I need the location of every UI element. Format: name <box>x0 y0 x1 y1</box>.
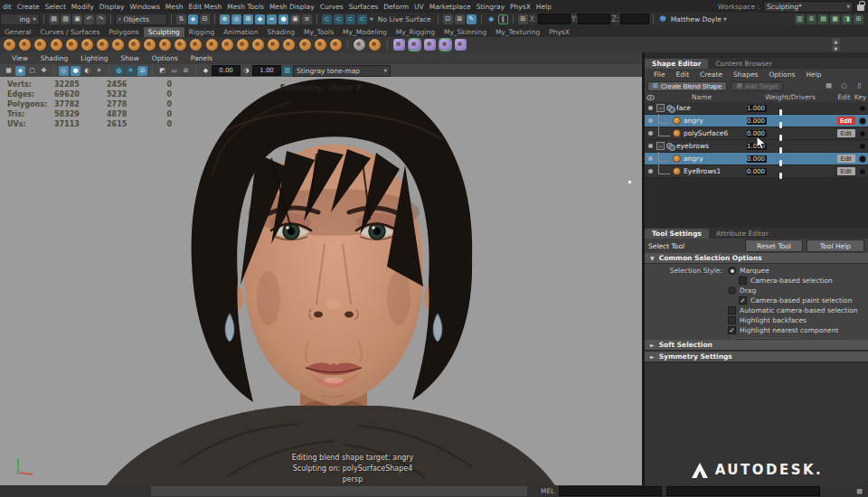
output-connections-icon[interactable]: ⊠ <box>455 14 465 24</box>
custom-tool-icon[interactable] <box>409 39 420 51</box>
shape-editor-menu-shapes[interactable]: Shapes <box>728 70 763 79</box>
move-tool-icon[interactable]: ⊕ <box>220 14 230 24</box>
magnet-point-icon[interactable]: ⊂ <box>345 14 355 24</box>
viewport-menu-options[interactable]: Options <box>146 54 184 62</box>
gamma-field[interactable]: 1.00 <box>252 65 281 76</box>
sculpt-brush-icon[interactable] <box>34 39 46 51</box>
pause-viewport-icon[interactable]: ‖ <box>498 14 508 24</box>
edit-button[interactable]: Edit <box>837 155 855 163</box>
shelf-tab-sculpting[interactable]: Sculpting <box>144 27 184 37</box>
search-icon[interactable]: ○ <box>839 81 849 91</box>
menu-item-uv[interactable]: UV <box>411 3 427 11</box>
menu-item-select[interactable]: Select <box>42 3 69 11</box>
xray-joints-icon[interactable]: ✕ <box>126 66 136 76</box>
wireframe-icon[interactable]: ◇ <box>59 66 69 76</box>
tab-content-browser[interactable]: Content Browser <box>708 59 779 69</box>
key-dot[interactable] <box>859 155 866 163</box>
custom-tool-icon[interactable] <box>393 39 405 51</box>
sculpt-brush-icon[interactable] <box>159 39 171 51</box>
textured-icon[interactable]: ◐ <box>82 66 92 76</box>
sculpt-brush-icon[interactable] <box>81 39 93 51</box>
menu-item-mesh-tools[interactable]: Mesh Tools <box>224 3 267 11</box>
scroll-up-icon[interactable]: ▲ <box>832 38 840 44</box>
exposure-icon[interactable]: ◆ <box>201 66 211 76</box>
sculpt-brush-icon[interactable] <box>112 39 124 51</box>
shelf-tab-general[interactable]: General <box>0 27 36 37</box>
camera-bookmark-icon[interactable]: ◈ <box>15 66 25 76</box>
add-target-button[interactable]: ▦ Add Target <box>731 81 783 91</box>
sculpt-brush-icon[interactable] <box>97 39 108 51</box>
visibility-toggle[interactable] <box>645 156 656 161</box>
camera-lock-icon[interactable]: ▦ <box>4 66 14 76</box>
sculpt-brush-icon[interactable] <box>66 39 78 51</box>
visibility-toggle[interactable] <box>645 144 656 148</box>
menu-item-dit[interactable]: dit <box>0 3 14 11</box>
image-plane-icon[interactable]: ▢ <box>27 66 37 76</box>
shelf-tab-shading[interactable]: Shading <box>262 27 298 37</box>
shelf-tab-my-tools[interactable]: My_Tools <box>299 27 338 37</box>
objects-dropdown[interactable]: ▾ Objects <box>115 14 167 25</box>
lighting-icon[interactable]: ☀ <box>94 66 104 76</box>
visibility-toggle[interactable] <box>645 118 656 123</box>
select-component-icon[interactable]: ⊟ <box>200 14 210 24</box>
menu-item-physx[interactable]: PhysX <box>507 3 533 11</box>
slider-handle[interactable] <box>779 122 782 128</box>
key-dot[interactable] <box>859 143 866 150</box>
expand-toggle-icon[interactable]: − <box>656 142 665 150</box>
mel-input[interactable] <box>559 486 662 496</box>
sculpt-brush-icon[interactable] <box>299 39 311 51</box>
weight-field[interactable]: 1.000 <box>747 105 767 112</box>
menu-item-edit-mesh[interactable]: Edit Mesh <box>186 3 225 11</box>
filter-icon[interactable]: ▯ <box>854 81 864 91</box>
visibility-toggle[interactable] <box>645 106 656 110</box>
menu-item-mesh-display[interactable]: Mesh Display <box>267 3 317 11</box>
input-connections-icon[interactable]: ⊡ <box>443 14 453 24</box>
name-column-header[interactable]: Name <box>656 93 747 101</box>
outliner-icon[interactable]: ▥ <box>795 14 805 24</box>
menu-item-surfaces[interactable]: Surfaces <box>346 3 381 11</box>
common-selection-options-header[interactable]: ▼ Common Selection Options <box>645 253 868 264</box>
weight-field[interactable]: 0.000 <box>747 117 767 125</box>
shelf-tab-rigging[interactable]: Rigging <box>184 27 219 37</box>
mel-label[interactable]: MEL <box>541 487 554 495</box>
radio-drag[interactable] <box>728 286 736 295</box>
tab-tool-settings[interactable]: Tool Settings <box>645 229 709 239</box>
weight-field[interactable]: 0.000 <box>747 168 767 175</box>
sculpt-objects-icon[interactable] <box>354 39 365 51</box>
menu-item-deform[interactable]: Deform <box>381 3 411 11</box>
create-blend-shape-button[interactable]: ⊞ Create Blend Shape <box>647 81 727 91</box>
menu-item-modify[interactable]: Modify <box>69 3 97 11</box>
key-dot[interactable] <box>859 168 866 175</box>
menu-item-help[interactable]: Help <box>533 3 554 11</box>
soft-selection-header[interactable]: ► Soft Selection <box>645 340 868 351</box>
menu-item-create[interactable]: Create <box>14 3 42 11</box>
script-editor-icon[interactable]: ▤ <box>854 486 864 496</box>
shape-editor-menu-edit[interactable]: Edit <box>671 70 695 79</box>
key-dot[interactable] <box>859 117 866 125</box>
expand-toggle-icon[interactable]: − <box>656 104 665 112</box>
menu-item-windows[interactable]: Windows <box>127 3 162 11</box>
checkbox-camera-based-selection[interactable] <box>739 277 747 285</box>
custom-tool-icon[interactable] <box>424 39 436 51</box>
sculpt-brush-icon[interactable] <box>51 39 62 51</box>
sculpt-brush-icon[interactable] <box>128 39 140 51</box>
y-coord-field[interactable] <box>578 14 610 24</box>
slider-handle[interactable] <box>779 173 782 179</box>
construction-history-icon[interactable]: ✎ <box>467 14 476 24</box>
sculpt-brush-icon[interactable] <box>144 39 156 51</box>
open-scene-icon[interactable]: ▧ <box>61 14 71 24</box>
rotate-tool-icon[interactable]: ◎ <box>231 14 241 24</box>
blend-shape-row-angry[interactable]: angry0.000Edit <box>645 115 868 127</box>
viewport-menu-panels[interactable]: Panels <box>184 54 219 62</box>
sculpt-brush-icon[interactable] <box>206 39 218 51</box>
menu-item-stingray[interactable]: Stingray <box>474 3 507 11</box>
sculpt-brush-icon[interactable] <box>252 39 264 51</box>
tab-attribute-editor[interactable]: Attribute Editor <box>709 229 776 239</box>
sculpt-brush-icon[interactable] <box>268 39 279 51</box>
chevron-down-icon[interactable]: ▼ <box>370 16 373 22</box>
select-object-icon[interactable]: ◈ <box>188 14 198 24</box>
sculpt-brush-icon[interactable] <box>283 39 295 51</box>
new-scene-icon[interactable]: ▤ <box>49 14 59 24</box>
edit-button[interactable]: Edit <box>837 117 855 125</box>
shelf-tab-polygons[interactable]: Polygons <box>104 27 143 37</box>
